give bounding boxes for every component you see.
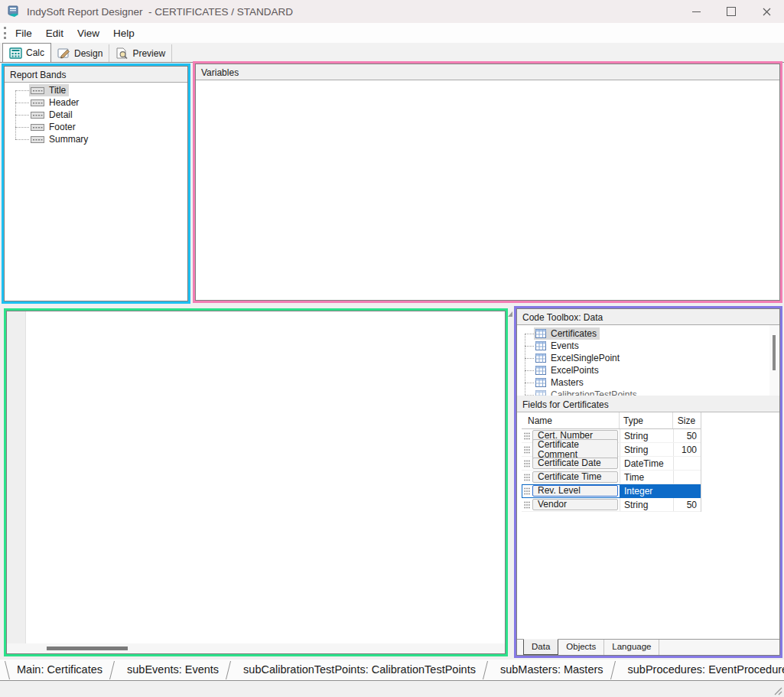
field-name-button[interactable]: Certificate Time [532, 471, 618, 483]
dataset-label: Events [551, 340, 579, 351]
field-name-button[interactable]: Certificate Date [532, 458, 618, 469]
menubar: File Edit View Help [0, 23, 784, 43]
close-button[interactable] [749, 0, 784, 23]
menu-item-file[interactable]: File [8, 25, 39, 41]
close-icon [763, 8, 771, 16]
table-icon [535, 329, 546, 338]
fields-header: Fields for Certificates [517, 396, 779, 412]
dataset-tab-subevents[interactable]: subEvents: Events [115, 660, 231, 680]
code-editor[interactable] [7, 311, 505, 653]
field-type: String [620, 498, 673, 511]
tab-design-label: Design [74, 48, 102, 59]
table-row[interactable]: Certificate Time Time [522, 471, 701, 484]
dataset-label: Masters [551, 377, 584, 388]
dataset-item-excelsinglepoint[interactable]: ExcelSinglePoint [517, 352, 779, 364]
column-header-name: Name [522, 412, 620, 428]
menu-item-view[interactable]: View [70, 25, 106, 41]
variables-panel: Variables [195, 64, 780, 301]
table-icon [535, 378, 546, 387]
drag-handle-icon[interactable] [524, 474, 530, 481]
table-row[interactable]: Certificate Comment String 100 [522, 443, 701, 457]
tab-design[interactable]: Design [51, 44, 109, 62]
editor-hscrollbar[interactable] [7, 643, 505, 653]
dataset-item-masters[interactable]: Masters [517, 376, 779, 389]
band-item-footer[interactable]: Footer [5, 121, 187, 133]
report-bands-panel: Report Bands Title Header Detail Footer … [4, 66, 188, 301]
dataset-item-certificates[interactable]: Certificates [517, 327, 779, 340]
band-item-header[interactable]: Header [5, 96, 187, 109]
splitter-grip[interactable] [508, 311, 512, 317]
code-toolbox-panel-highlight: Code Toolbox: Data Certificates Events E… [514, 306, 782, 658]
dataset-tab-submasters[interactable]: subMasters: Masters [488, 660, 616, 680]
tab-edge [483, 661, 488, 679]
band-icon [31, 136, 44, 143]
drag-handle-icon[interactable] [524, 432, 530, 440]
tab-edge [610, 661, 616, 679]
band-item-summary[interactable]: Summary [5, 133, 187, 145]
menu-item-edit[interactable]: Edit [39, 25, 70, 41]
band-icon [31, 99, 44, 106]
window-title: IndySoft Report Designer - CERTIFICATES … [27, 6, 293, 18]
band-item-title[interactable]: Title [5, 84, 187, 96]
code-toolbox-panel: Code Toolbox: Data Certificates Events E… [516, 308, 780, 656]
status-bar [0, 681, 784, 697]
drag-handle-icon[interactable] [524, 487, 530, 495]
dataset-tab-main[interactable]: Main: Certificates [5, 660, 115, 680]
titlebar: IndySoft Report Designer - CERTIFICATES … [0, 0, 784, 23]
tab-objects[interactable]: Objects [558, 640, 604, 655]
field-name-button[interactable]: Vendor [532, 499, 618, 510]
maximize-icon [727, 7, 736, 16]
tab-edge [109, 661, 115, 679]
field-size: 50 [673, 429, 700, 442]
variables-content[interactable] [196, 80, 779, 300]
band-label: Title [49, 85, 66, 96]
design-icon [57, 47, 70, 59]
table-row-selected[interactable]: Rev. Level Integer [522, 484, 701, 498]
field-size [673, 471, 700, 484]
variables-header: Variables [196, 64, 779, 80]
code-toolbox-header: Code Toolbox: Data [517, 309, 779, 325]
band-icon [31, 112, 44, 119]
tab-data[interactable]: Data [523, 639, 558, 655]
table-icon [535, 366, 546, 375]
table-row[interactable]: Vendor String 50 [522, 498, 701, 512]
band-icon [31, 124, 44, 131]
dataset-tab-label: subCalibrationTestPoints: CalibrationTes… [243, 663, 476, 676]
band-label: Footer [49, 122, 76, 132]
editor-gutter [7, 311, 26, 643]
field-size [673, 457, 700, 470]
tab-language[interactable]: Language [604, 640, 659, 655]
dataset-item-events[interactable]: Events [517, 340, 779, 352]
tab-preview[interactable]: Preview [109, 44, 172, 62]
dataset-tree-vscrollbar[interactable] [769, 325, 779, 396]
drag-handle-icon[interactable] [524, 446, 530, 454]
fields-table: Name Type Size Cert. Number String 50 Ce… [522, 412, 701, 512]
dataset-item-excelpoints[interactable]: ExcelPoints [517, 364, 779, 376]
band-item-detail[interactable]: Detail [5, 109, 187, 121]
dataset-tab-subprocedures[interactable]: subProcedures: EventProcedures [616, 660, 784, 680]
menu-item-help[interactable]: Help [106, 25, 142, 41]
band-icon [31, 87, 44, 94]
code-editor-panel [6, 311, 506, 654]
field-name-button[interactable]: Rev. Level [532, 485, 618, 497]
field-type: DateTime [620, 457, 673, 470]
vscroll-thumb[interactable] [773, 335, 776, 370]
table-row[interactable]: Certificate Date DateTime [522, 457, 701, 471]
tab-edge [5, 661, 10, 679]
tab-calc-label: Calc [26, 47, 44, 58]
drag-handle-icon[interactable] [524, 460, 530, 467]
dataset-tab-strip: Main: Certificates subEvents: Events sub… [0, 660, 784, 681]
tab-calc[interactable]: Calc [2, 43, 51, 62]
dataset-tab-subcalibrationtestpoints[interactable]: subCalibrationTestPoints: CalibrationTes… [231, 660, 488, 680]
dataset-tree: Certificates Events ExcelSinglePoint Exc… [517, 325, 779, 396]
dataset-label: ExcelPoints [551, 365, 599, 376]
dataset-tab-label: Main: Certificates [17, 663, 102, 676]
resize-grip-icon[interactable] [772, 685, 782, 695]
maximize-button[interactable] [714, 0, 749, 23]
view-tab-strip: Calc Design Preview [0, 43, 784, 63]
minimize-button[interactable] [678, 0, 714, 23]
preview-icon [115, 47, 128, 59]
drag-handle-icon[interactable] [524, 501, 530, 509]
hscroll-thumb[interactable] [47, 647, 128, 650]
variables-panel-highlight: Variables [193, 61, 782, 303]
